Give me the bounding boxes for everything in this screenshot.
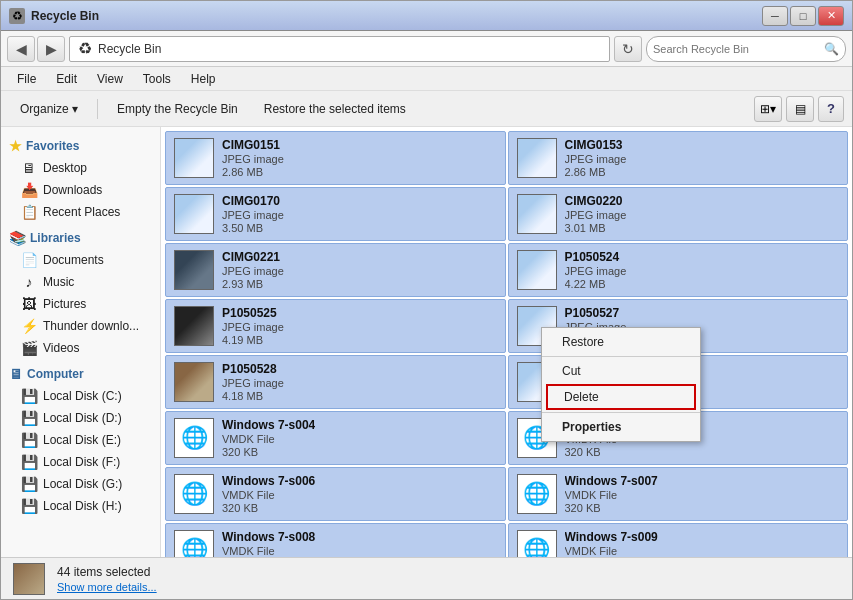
minimize-button[interactable]: ─ xyxy=(762,6,788,26)
pictures-icon: 🖼 xyxy=(21,296,37,312)
file-size: 4.22 MB xyxy=(565,278,627,290)
search-box[interactable]: 🔍 xyxy=(646,36,846,62)
file-item[interactable]: CIMG0221 JPEG image 2.93 MB xyxy=(165,243,506,297)
file-item[interactable]: 🌐 Windows 7-s009 VMDK File 320 KB xyxy=(508,523,849,557)
file-type: VMDK File xyxy=(222,489,315,501)
file-thumbnail: 🌐 xyxy=(517,530,557,557)
sidebar-item-locale[interactable]: 💾 Local Disk (E:) xyxy=(1,429,160,451)
thunder-icon: ⚡ xyxy=(21,318,37,334)
file-item[interactable]: P1050525 JPEG image 4.19 MB xyxy=(165,299,506,353)
file-item[interactable]: 🌐 Windows 7-s004 VMDK File 320 KB xyxy=(165,411,506,465)
file-type: JPEG image xyxy=(222,321,284,333)
file-name: P1050528 xyxy=(222,362,284,376)
file-info: Windows 7-s007 VMDK File 320 KB xyxy=(565,474,658,514)
sidebar-localc-label: Local Disk (C:) xyxy=(43,389,122,403)
videos-icon: 🎬 xyxy=(21,340,37,356)
context-restore[interactable]: Restore xyxy=(542,330,700,354)
file-type: JPEG image xyxy=(222,209,284,221)
file-item[interactable]: 🌐 Windows 7-s006 VMDK File 320 KB xyxy=(165,467,506,521)
file-item[interactable]: CIMG0153 JPEG image 2.86 MB xyxy=(508,131,849,185)
desktop-icon: 🖥 xyxy=(21,160,37,176)
file-size: 4.18 MB xyxy=(222,390,284,402)
menu-tools[interactable]: Tools xyxy=(135,70,179,88)
context-delete[interactable]: Delete xyxy=(546,384,696,410)
file-name: CIMG0221 xyxy=(222,250,284,264)
menu-view[interactable]: View xyxy=(89,70,131,88)
close-button[interactable]: ✕ xyxy=(818,6,844,26)
help-button[interactable]: ? xyxy=(818,96,844,122)
show-details-link[interactable]: Show more details... xyxy=(57,581,157,593)
refresh-button[interactable]: ↻ xyxy=(614,36,642,62)
sidebar-item-localh[interactable]: 💾 Local Disk (H:) xyxy=(1,495,160,517)
file-type: VMDK File xyxy=(565,489,658,501)
context-properties[interactable]: Properties xyxy=(542,415,700,439)
diskf-icon: 💾 xyxy=(21,454,37,470)
file-thumbnail xyxy=(517,138,557,178)
documents-icon: 📄 xyxy=(21,252,37,268)
diske-icon: 💾 xyxy=(21,432,37,448)
sidebar-item-desktop[interactable]: 🖥 Desktop xyxy=(1,157,160,179)
sidebar-item-localc[interactable]: 💾 Local Disk (C:) xyxy=(1,385,160,407)
star-icon: ★ xyxy=(9,138,22,154)
music-icon: ♪ xyxy=(21,274,37,290)
sidebar-item-documents[interactable]: 📄 Documents xyxy=(1,249,160,271)
file-thumbnail xyxy=(517,194,557,234)
file-item[interactable]: 🌐 Windows 7-s008 VMDK File 320 KB xyxy=(165,523,506,557)
context-separator-1 xyxy=(542,356,700,357)
file-name: P1050527 xyxy=(565,306,627,320)
maximize-button[interactable]: □ xyxy=(790,6,816,26)
file-size: 320 KB xyxy=(222,446,315,458)
window-title: Recycle Bin xyxy=(31,9,756,23)
file-name: CIMG0153 xyxy=(565,138,627,152)
empty-recycle-button[interactable]: Empty the Recycle Bin xyxy=(106,95,249,123)
file-item[interactable]: CIMG0170 JPEG image 3.50 MB xyxy=(165,187,506,241)
sidebar-item-localg[interactable]: 💾 Local Disk (G:) xyxy=(1,473,160,495)
forward-button[interactable]: ▶ xyxy=(37,36,65,62)
search-input[interactable] xyxy=(653,43,820,55)
menu-help[interactable]: Help xyxy=(183,70,224,88)
sidebar-item-downloads[interactable]: 📥 Downloads xyxy=(1,179,160,201)
sidebar-item-pictures[interactable]: 🖼 Pictures xyxy=(1,293,160,315)
restore-selected-button[interactable]: Restore the selected items xyxy=(253,95,417,123)
sidebar-libraries-header[interactable]: 📚 Libraries xyxy=(1,227,160,249)
file-size: 2.93 MB xyxy=(222,278,284,290)
menu-edit[interactable]: Edit xyxy=(48,70,85,88)
favorites-label: Favorites xyxy=(26,139,79,153)
sidebar-item-locald[interactable]: 💾 Local Disk (D:) xyxy=(1,407,160,429)
sidebar-item-videos[interactable]: 🎬 Videos xyxy=(1,337,160,359)
file-thumbnail xyxy=(517,250,557,290)
sidebar-thunder-label: Thunder downlo... xyxy=(43,319,139,333)
sidebar-item-music[interactable]: ♪ Music xyxy=(1,271,160,293)
sidebar-item-thunder[interactable]: ⚡ Thunder downlo... xyxy=(1,315,160,337)
sidebar-localg-label: Local Disk (G:) xyxy=(43,477,122,491)
downloads-icon: 📥 xyxy=(21,182,37,198)
sidebar-item-recentplaces[interactable]: 📋 Recent Places xyxy=(1,201,160,223)
file-item[interactable]: CIMG0151 JPEG image 2.86 MB xyxy=(165,131,506,185)
file-size: 320 KB xyxy=(565,502,658,514)
preview-button[interactable]: ▤ xyxy=(786,96,814,122)
sidebar-item-localf[interactable]: 💾 Local Disk (F:) xyxy=(1,451,160,473)
context-cut[interactable]: Cut xyxy=(542,359,700,383)
file-info: P1050524 JPEG image 4.22 MB xyxy=(565,250,627,290)
sidebar-computer-section: 🖥 Computer 💾 Local Disk (C:) 💾 Local Dis… xyxy=(1,363,160,517)
file-item[interactable]: 🌐 Windows 7-s007 VMDK File 320 KB xyxy=(508,467,849,521)
back-button[interactable]: ◀ xyxy=(7,36,35,62)
computer-label: Computer xyxy=(27,367,84,381)
sidebar-favorites-header[interactable]: ★ Favorites xyxy=(1,135,160,157)
sidebar-favorites-section: ★ Favorites 🖥 Desktop 📥 Downloads 📋 Rece… xyxy=(1,135,160,223)
file-type: VMDK File xyxy=(222,433,315,445)
sidebar-computer-header[interactable]: 🖥 Computer xyxy=(1,363,160,385)
file-area: CIMG0151 JPEG image 2.86 MB CIMG0153 JPE… xyxy=(161,127,852,557)
file-item[interactable]: P1050528 JPEG image 4.18 MB xyxy=(165,355,506,409)
file-thumbnail: 🌐 xyxy=(174,530,214,557)
sidebar-localf-label: Local Disk (F:) xyxy=(43,455,120,469)
address-field[interactable]: ♻ Recycle Bin xyxy=(69,36,610,62)
file-item[interactable]: CIMG0220 JPEG image 3.01 MB xyxy=(508,187,849,241)
view-toggle-button[interactable]: ⊞▾ xyxy=(754,96,782,122)
file-name: CIMG0170 xyxy=(222,194,284,208)
organize-button[interactable]: Organize ▾ xyxy=(9,95,89,123)
file-type: JPEG image xyxy=(222,265,284,277)
menu-file[interactable]: File xyxy=(9,70,44,88)
window-controls: ─ □ ✕ xyxy=(762,6,844,26)
file-item[interactable]: P1050524 JPEG image 4.22 MB xyxy=(508,243,849,297)
